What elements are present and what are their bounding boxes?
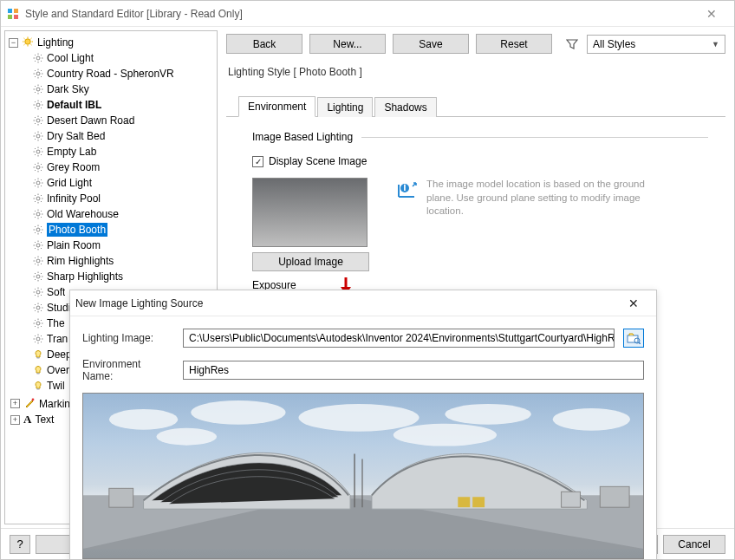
svg-line-118 (41, 232, 42, 233)
tree-item-desert-dawn[interactable]: Desert Dawn Road (31, 113, 215, 128)
tree-root[interactable]: − Lighting (7, 35, 215, 50)
browse-button[interactable] (623, 329, 644, 348)
modal-body: Lighting Image: C:\Users\Public\Document… (70, 316, 656, 559)
close-icon[interactable]: ✕ (694, 2, 729, 26)
sun-icon (33, 100, 43, 110)
svg-rect-206 (472, 497, 485, 507)
sun-icon (33, 147, 43, 157)
sun-icon (33, 68, 43, 79)
tree-item-photo-booth[interactable]: Photo Booth (31, 222, 215, 238)
expander-icon[interactable]: − (9, 38, 18, 48)
tree-item-default-ibl[interactable]: Default IBL (31, 97, 215, 113)
tree-item-dark-sky[interactable]: Dark Sky (31, 81, 215, 97)
tree-item-plain-room[interactable]: Plain Room (31, 238, 215, 253)
svg-line-111 (41, 211, 42, 212)
filter-icon[interactable] (564, 36, 580, 52)
info-icon: i (395, 178, 420, 202)
checkbox-label: Display Scene Image (269, 155, 367, 167)
svg-line-174 (41, 320, 42, 321)
reset-button[interactable]: Reset (476, 34, 552, 54)
svg-line-126 (35, 242, 36, 243)
svg-line-101 (35, 201, 36, 202)
svg-line-91 (41, 186, 42, 186)
svg-point-85 (36, 181, 40, 185)
svg-point-22 (36, 72, 40, 75)
svg-point-103 (36, 212, 40, 216)
svg-line-155 (35, 295, 36, 296)
info-box: i The image model location is based on t… (395, 178, 708, 218)
tree-item-infinity-pool[interactable]: Infinity Pool (31, 191, 215, 206)
display-scene-checkbox[interactable]: ✓ Display Scene Image (252, 155, 708, 167)
upload-image-button[interactable]: Upload Image (252, 252, 369, 271)
svg-line-20 (35, 61, 36, 62)
save-button[interactable]: Save (393, 34, 469, 54)
svg-line-127 (41, 248, 42, 249)
svg-point-13 (36, 56, 40, 60)
svg-rect-204 (562, 492, 581, 507)
svg-line-109 (41, 217, 42, 218)
svg-line-48 (41, 101, 42, 102)
tree-item-old-warehouse[interactable]: Old Warehouse (31, 206, 215, 222)
tree-item-grid-light[interactable]: Grid Light (31, 175, 215, 191)
svg-point-200 (394, 424, 497, 446)
tree-item-dry-salt-bed[interactable]: Dry Salt Bed (31, 128, 215, 144)
checkbox-icon[interactable]: ✓ (252, 156, 263, 167)
svg-line-81 (35, 164, 36, 165)
sun-icon (33, 193, 43, 204)
svg-point-58 (36, 134, 40, 138)
expander-icon[interactable]: + (10, 399, 20, 408)
browse-icon (627, 332, 641, 344)
svg-line-28 (41, 76, 42, 77)
tab-environment[interactable]: Environment (238, 96, 315, 117)
svg-line-137 (35, 264, 36, 264)
sun-icon (33, 115, 43, 126)
lighting-image-input[interactable]: C:\Users\Public\Documents\Autodesk\Inven… (183, 329, 615, 348)
sun-icon (33, 318, 43, 329)
sun-icon (33, 225, 43, 235)
svg-line-120 (41, 226, 42, 227)
svg-line-18 (35, 55, 36, 55)
svg-point-187 (32, 399, 35, 401)
window-title: Style and Standard Editor [Library - Rea… (25, 8, 694, 20)
expander-icon[interactable]: + (10, 415, 20, 425)
breadcrumb: Lighting Style [ Photo Booth ] (226, 66, 725, 78)
close-icon[interactable]: ✕ (616, 291, 651, 316)
help-button[interactable]: ? (10, 535, 30, 554)
new-button[interactable]: New... (309, 34, 386, 54)
tree-item-country-road[interactable]: Country Road - SpheronVR (31, 66, 215, 81)
svg-line-63 (35, 133, 36, 133)
svg-line-164 (35, 310, 36, 311)
svg-rect-2 (8, 15, 12, 19)
sun-icon (33, 84, 43, 94)
cancel-button[interactable]: Cancel (663, 535, 725, 554)
svg-line-39 (41, 86, 42, 87)
svg-point-198 (553, 408, 630, 431)
tab-shadows[interactable]: Shadows (374, 97, 436, 117)
tree-item-grey-room[interactable]: Grey Room (31, 160, 215, 175)
sun-icon (33, 256, 43, 266)
tree-item-cool-light[interactable]: Cool Light (31, 50, 215, 66)
env-name-input[interactable]: HighRes (183, 361, 644, 380)
tab-lighting[interactable]: Lighting (317, 97, 373, 117)
svg-point-76 (36, 166, 40, 169)
svg-line-163 (41, 310, 42, 311)
styles-filter-combo[interactable]: All Styles ▼ (587, 35, 725, 54)
svg-line-56 (35, 123, 36, 124)
tree-item-empty-lab[interactable]: Empty Lab (31, 144, 215, 160)
svg-line-73 (41, 154, 42, 155)
svg-line-117 (35, 226, 36, 227)
svg-line-19 (41, 61, 42, 62)
tree-item-sharp-highlights[interactable]: Sharp Highlights (31, 269, 215, 284)
back-button[interactable]: Back (226, 34, 302, 54)
toolbar: Back New... Save Reset All Styles ▼ (226, 34, 725, 54)
svg-line-36 (35, 86, 36, 87)
section-header: Image Based Lighting (252, 131, 708, 143)
svg-line-55 (41, 123, 42, 124)
svg-line-90 (35, 179, 36, 180)
svg-line-45 (35, 101, 36, 102)
bulb-icon (33, 365, 43, 375)
svg-point-94 (36, 197, 40, 200)
tree-item-rim-highlights[interactable]: Rim Highlights (31, 253, 215, 269)
svg-line-100 (41, 201, 42, 202)
svg-line-65 (35, 139, 36, 140)
